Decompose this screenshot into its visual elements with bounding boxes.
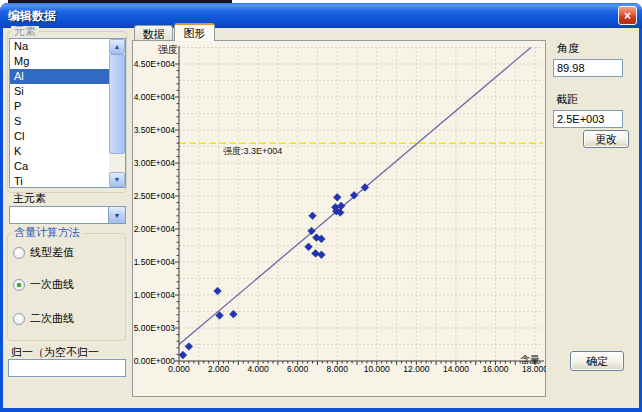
- element-item-K[interactable]: K: [10, 144, 110, 159]
- chevron-down-icon: ▼: [114, 212, 121, 219]
- element-item-Ca[interactable]: Ca: [10, 159, 110, 174]
- element-item-Ti[interactable]: Ti: [10, 174, 110, 188]
- scatter-point: [214, 287, 222, 295]
- svg-text:10.000: 10.000: [364, 364, 390, 374]
- scatter-point: [309, 212, 317, 220]
- radio-icon[interactable]: [13, 247, 25, 259]
- scroll-down-icon: ▼: [114, 176, 121, 183]
- x-axis-title: 含量: [520, 354, 540, 365]
- combobox-dropdown-button[interactable]: ▼: [108, 207, 125, 223]
- radio-option-3[interactable]: 二次曲线: [13, 311, 74, 326]
- radio-option-1[interactable]: 线型差值: [13, 245, 74, 260]
- scatter-point: [305, 243, 313, 251]
- svg-text:4.000: 4.000: [247, 364, 269, 374]
- scroll-down-button[interactable]: ▼: [109, 172, 125, 187]
- scatter-point: [333, 194, 341, 202]
- scatter-point: [318, 251, 326, 259]
- scatter-point: [337, 202, 345, 210]
- element-item-Cl[interactable]: Cl: [10, 129, 110, 144]
- radio-label: 二次曲线: [30, 311, 74, 326]
- ok-button[interactable]: 确定: [570, 351, 624, 371]
- element-item-Al[interactable]: Al: [10, 69, 110, 84]
- radio-label: 线型差值: [30, 245, 74, 260]
- svg-text:0.00E+000: 0.00E+000: [134, 356, 176, 366]
- element-item-S[interactable]: S: [10, 114, 110, 129]
- svg-text:1.00E+004: 1.00E+004: [134, 290, 176, 300]
- normalize-label: 归一（为空不归一: [11, 346, 99, 358]
- radio-icon[interactable]: [13, 313, 25, 325]
- svg-text:2.00E+004: 2.00E+004: [134, 224, 176, 234]
- scatter-point: [308, 227, 316, 235]
- y-axis-title: 强度: [158, 44, 178, 55]
- svg-text:18.000: 18.000: [522, 364, 546, 374]
- plot-panel: 0.0002.0004.0006.0008.00010.00012.00014.…: [132, 40, 546, 397]
- element-list-scrollbar[interactable]: ▲ ▼: [109, 39, 125, 187]
- titlebar[interactable]: 编辑数据 ×: [0, 3, 642, 28]
- method-group-label: 含量计算方法: [11, 227, 83, 238]
- svg-text:4.00E+004: 4.00E+004: [134, 92, 176, 102]
- svg-text:2.50E+004: 2.50E+004: [134, 191, 176, 201]
- element-item-Na[interactable]: Na: [10, 39, 110, 54]
- close-icon: ×: [624, 10, 631, 22]
- scatter-point: [185, 343, 193, 351]
- main-element-combobox[interactable]: ▼: [9, 206, 126, 224]
- main-element-value: [10, 209, 13, 221]
- element-item-P[interactable]: P: [10, 99, 110, 114]
- tab-图形[interactable]: 图形: [174, 23, 215, 41]
- scroll-up-icon: ▲: [114, 43, 121, 50]
- angle-input[interactable]: [553, 59, 623, 77]
- element-list: NaMgAlSiPSClKCaTi: [10, 39, 110, 188]
- svg-text:16.000: 16.000: [482, 364, 508, 374]
- scatter-point: [179, 351, 187, 359]
- radio-icon[interactable]: [13, 279, 25, 291]
- scroll-up-button[interactable]: ▲: [109, 39, 125, 54]
- ok-button-label: 确定: [586, 354, 608, 369]
- svg-text:1.50E+004: 1.50E+004: [134, 257, 176, 267]
- intercept-input[interactable]: [553, 110, 623, 128]
- svg-text:3.50E+004: 3.50E+004: [134, 125, 176, 135]
- svg-text:5.00E+003: 5.00E+003: [134, 323, 176, 333]
- change-button[interactable]: 更改: [583, 130, 629, 148]
- svg-text:14.000: 14.000: [443, 364, 469, 374]
- element-item-Si[interactable]: Si: [10, 84, 110, 99]
- tab-数据[interactable]: 数据: [134, 25, 173, 40]
- element-item-Mg[interactable]: Mg: [10, 54, 110, 69]
- calibration-chart: 0.0002.0004.0006.0008.00010.00012.00014.…: [132, 40, 546, 397]
- normalize-input[interactable]: [8, 359, 126, 377]
- main-element-label: 主元素: [13, 192, 46, 204]
- window-title: 编辑数据: [8, 8, 56, 25]
- svg-text:6.000: 6.000: [287, 364, 309, 374]
- element-listbox[interactable]: NaMgAlSiPSClKCaTi ▲ ▼: [9, 38, 126, 188]
- angle-label: 角度: [557, 42, 579, 54]
- elements-group-label: 元素: [11, 26, 39, 37]
- svg-text:8.000: 8.000: [327, 364, 349, 374]
- marker-line-label: 强度:3.3E+004: [223, 146, 282, 156]
- change-button-label: 更改: [595, 132, 617, 147]
- svg-text:3.00E+004: 3.00E+004: [134, 158, 176, 168]
- svg-text:12.000: 12.000: [403, 364, 429, 374]
- screen: 编辑数据 × 元素 NaMgAlSiPSClKCaTi ▲ ▼ 主元素 ▼ 含量…: [0, 0, 642, 412]
- radio-label: 一次曲线: [30, 277, 74, 292]
- radio-option-2[interactable]: 一次曲线: [13, 277, 74, 292]
- svg-text:4.50E+004: 4.50E+004: [134, 59, 176, 69]
- svg-text:2.000: 2.000: [208, 364, 230, 374]
- close-button[interactable]: ×: [618, 6, 637, 25]
- scrollbar-thumb[interactable]: [109, 54, 125, 154]
- scatter-point: [312, 250, 320, 258]
- intercept-label: 截距: [556, 93, 578, 105]
